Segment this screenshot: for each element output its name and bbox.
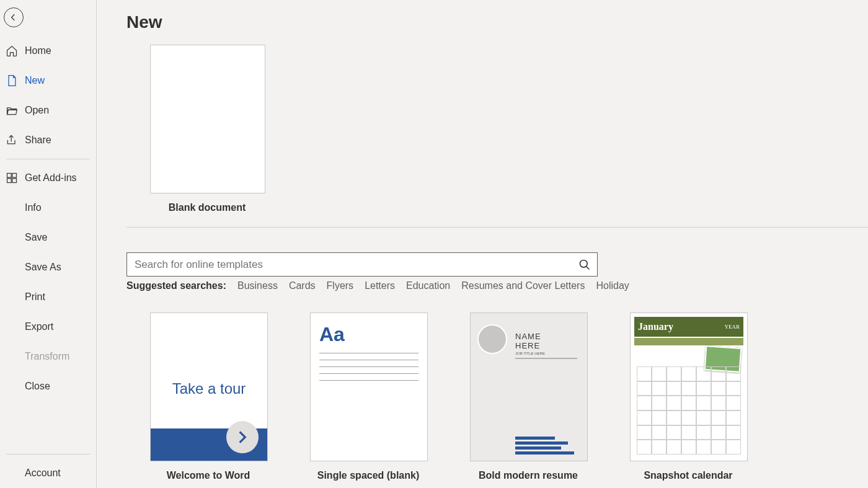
share-icon: [5, 133, 19, 147]
svg-rect-2: [7, 179, 12, 183]
sidebar-item-label: Share: [25, 135, 51, 146]
avatar-icon: [477, 324, 507, 354]
sidebar-item-export[interactable]: Export: [0, 312, 96, 342]
sidebar-item-share[interactable]: Share: [0, 125, 96, 155]
folder-open-icon: [5, 104, 19, 117]
sidebar-item-label: Home: [25, 45, 51, 56]
sidebar-item-save[interactable]: Save: [0, 223, 96, 252]
home-icon: [5, 44, 19, 58]
template-label: Blank document: [150, 202, 264, 213]
template-single-spaced[interactable]: Aa Single spaced (blank): [310, 313, 427, 481]
template-label: Welcome to Word: [150, 470, 267, 481]
sidebar-item-label: Close: [25, 381, 50, 392]
main-content: New Blank document Suggested searches: B…: [97, 0, 868, 488]
template-thumbnail: Aa: [310, 313, 428, 461]
suggested-label: Suggested searches:: [126, 280, 226, 291]
sidebar-item-label: New: [25, 75, 45, 86]
sidebar-item-save-as[interactable]: Save As: [0, 252, 96, 282]
template-thumbnail: Take a tour: [150, 313, 268, 461]
resume-subtitle: JOB TITLE HERE: [515, 352, 583, 355]
sidebar-item-transform: Transform: [0, 342, 96, 371]
sidebar-item-open[interactable]: Open: [0, 95, 96, 125]
template-search-input[interactable]: [133, 258, 577, 272]
sidebar-item-label: Save: [25, 232, 47, 243]
preview-lines: [319, 353, 418, 387]
arrow-right-icon: [226, 421, 259, 453]
aa-glyph: Aa: [319, 323, 345, 346]
template-grid: Take a tour Welcome to Word Aa Single sp…: [150, 313, 868, 481]
suggested-searches-row: Suggested searches: Business Cards Flyer…: [126, 280, 868, 291]
sidebar-item-label: Export: [25, 321, 53, 332]
resume-name: NAME: [515, 332, 583, 341]
sidebar-item-label: Transform: [25, 351, 69, 362]
calendar-month: January: [638, 321, 673, 332]
divider: [126, 227, 868, 228]
template-thumbnail: NAME HERE JOB TITLE HERE: [470, 313, 588, 461]
svg-point-4: [580, 260, 588, 267]
suggested-search-link[interactable]: Cards: [289, 280, 316, 291]
preview-bars: [515, 435, 581, 455]
tour-text: Take a tour: [151, 380, 267, 397]
backstage-sidebar: Home New Open Share Get Add-ins Info Sav…: [0, 0, 97, 488]
template-thumbnail: January YEAR: [630, 313, 748, 461]
template-bold-modern-resume[interactable]: NAME HERE JOB TITLE HERE Bold modern res…: [470, 313, 587, 481]
calendar-header: January YEAR: [634, 317, 743, 337]
sidebar-item-label: Open: [25, 105, 49, 116]
back-button[interactable]: [4, 7, 24, 27]
sidebar-separator: [6, 454, 90, 455]
svg-rect-1: [12, 174, 17, 178]
template-label: Single spaced (blank): [310, 470, 427, 481]
suggested-search-link[interactable]: Resumes and Cover Letters: [461, 280, 585, 291]
arrow-left-icon: [9, 12, 19, 22]
suggested-search-link[interactable]: Letters: [365, 280, 395, 291]
sidebar-item-close[interactable]: Close: [0, 371, 96, 401]
calendar-year: YEAR: [725, 324, 740, 330]
document-icon: [5, 74, 19, 87]
addins-icon: [5, 171, 19, 185]
template-blank-document[interactable]: [150, 45, 265, 193]
sidebar-item-label: Save As: [25, 262, 61, 273]
template-snapshot-calendar[interactable]: January YEAR Snapshot calendar: [630, 313, 746, 481]
template-search-box[interactable]: [126, 252, 598, 277]
sidebar-item-info[interactable]: Info: [0, 193, 96, 223]
sidebar-item-label: Account: [25, 468, 61, 479]
sidebar-item-print[interactable]: Print: [0, 282, 96, 312]
suggested-search-link[interactable]: Business: [237, 280, 278, 291]
template-label: Snapshot calendar: [630, 470, 746, 481]
template-welcome-to-word[interactable]: Take a tour Welcome to Word: [150, 313, 267, 481]
sidebar-item-new[interactable]: New: [0, 66, 96, 95]
svg-rect-0: [7, 174, 12, 178]
page-title: New: [126, 12, 868, 32]
sidebar-item-account[interactable]: Account: [0, 458, 96, 488]
sidebar-item-home[interactable]: Home: [0, 36, 96, 66]
template-label: Bold modern resume: [470, 470, 587, 481]
sidebar-item-get-addins[interactable]: Get Add-ins: [0, 163, 96, 193]
suggested-search-link[interactable]: Holiday: [596, 280, 629, 291]
search-icon[interactable]: [577, 257, 592, 272]
suggested-search-link[interactable]: Flyers: [327, 280, 354, 291]
resume-name: HERE: [515, 341, 583, 350]
calendar-grid: [637, 366, 741, 455]
sidebar-separator: [6, 159, 90, 159]
sidebar-item-label: Info: [25, 202, 42, 213]
svg-rect-3: [12, 179, 17, 183]
suggested-search-link[interactable]: Education: [406, 280, 450, 291]
sidebar-item-label: Get Add-ins: [25, 172, 77, 184]
sidebar-item-label: Print: [25, 291, 45, 303]
